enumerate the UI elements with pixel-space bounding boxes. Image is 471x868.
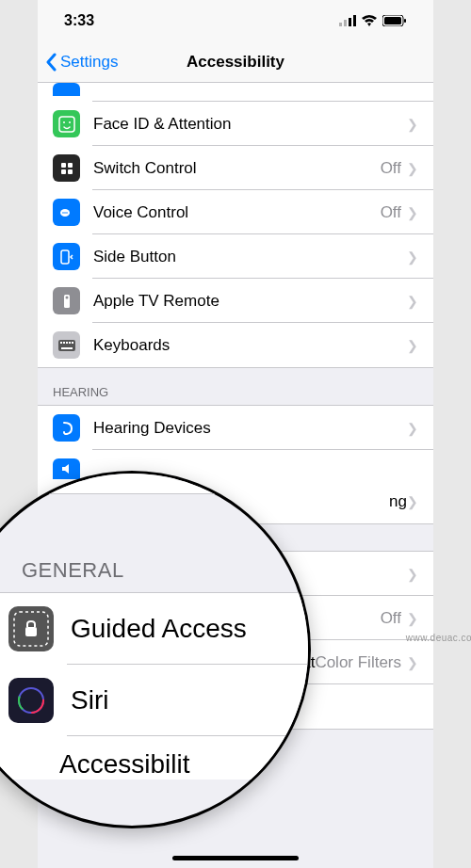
siri-icon bbox=[8, 678, 54, 723]
audio-icon bbox=[53, 458, 80, 479]
chevron-right-icon: ❯ bbox=[407, 494, 418, 509]
row-label: Guided Access bbox=[71, 614, 247, 644]
row-siri[interactable]: Siri bbox=[0, 665, 308, 736]
row-label: Side Button bbox=[93, 248, 407, 266]
chevron-right-icon: ❯ bbox=[407, 117, 418, 132]
chevron-right-icon: ❯ bbox=[407, 205, 418, 220]
svg-point-8 bbox=[63, 121, 65, 123]
switch-control-icon bbox=[53, 154, 80, 182]
svg-rect-13 bbox=[68, 169, 73, 174]
section-header-general: GENERAL bbox=[0, 558, 308, 592]
chevron-right-icon: ❯ bbox=[407, 611, 418, 626]
svg-rect-2 bbox=[349, 18, 351, 26]
section-header-hearing: HEARING bbox=[38, 367, 433, 405]
status-icons bbox=[339, 15, 407, 26]
guided-access-icon bbox=[8, 606, 54, 651]
row-voice-control[interactable]: Voice Control Off ❯ bbox=[38, 190, 433, 234]
svg-rect-6 bbox=[404, 19, 406, 23]
row-value: Color Filters bbox=[315, 653, 401, 672]
hearing-icon bbox=[53, 414, 80, 442]
row-label: Keyboards bbox=[93, 336, 407, 355]
svg-point-17 bbox=[66, 212, 68, 214]
home-indicator[interactable] bbox=[172, 856, 299, 860]
svg-point-9 bbox=[69, 121, 71, 123]
svg-point-20 bbox=[65, 296, 68, 298]
watermark: www.deuac.com bbox=[406, 633, 471, 643]
svg-rect-25 bbox=[69, 342, 71, 344]
svg-rect-24 bbox=[66, 342, 68, 344]
svg-rect-11 bbox=[68, 163, 73, 168]
svg-rect-10 bbox=[61, 163, 66, 168]
row-partial-top[interactable] bbox=[38, 83, 433, 102]
svg-rect-0 bbox=[339, 23, 342, 26]
svg-rect-3 bbox=[353, 15, 356, 26]
svg-rect-26 bbox=[72, 342, 73, 344]
row-keyboards[interactable]: Keyboards ❯ bbox=[38, 323, 433, 367]
svg-rect-27 bbox=[61, 347, 73, 349]
row-value: Off bbox=[381, 159, 401, 178]
chevron-right-icon: ❯ bbox=[407, 249, 418, 265]
row-value: Off bbox=[381, 203, 401, 222]
svg-rect-1 bbox=[344, 20, 347, 26]
row-label: Switch Control bbox=[93, 159, 381, 178]
svg-rect-28 bbox=[14, 612, 48, 646]
chevron-right-icon: ❯ bbox=[407, 161, 418, 176]
row-side-button[interactable]: Side Button ❯ bbox=[38, 234, 433, 279]
chevron-right-icon: ❯ bbox=[407, 294, 418, 309]
chevron-right-icon: ❯ bbox=[407, 567, 418, 582]
row-label: Apple TV Remote bbox=[93, 292, 407, 311]
row-hearing-devices[interactable]: Hearing Devices ❯ bbox=[38, 406, 433, 450]
svg-rect-7 bbox=[59, 117, 74, 132]
row-switch-control[interactable]: Switch Control Off ❯ bbox=[38, 146, 433, 190]
status-time: 3:33 bbox=[64, 12, 94, 29]
svg-rect-23 bbox=[63, 342, 65, 344]
row-guided-access[interactable]: Guided Access bbox=[0, 593, 308, 665]
row-label: Voice Control bbox=[93, 203, 381, 222]
row-label: Face ID & Attention bbox=[93, 115, 407, 134]
voice-control-icon bbox=[53, 199, 80, 226]
svg-point-16 bbox=[64, 212, 66, 214]
row-face-id[interactable]: Face ID & Attention ❯ bbox=[38, 102, 433, 146]
status-bar: 3:33 bbox=[38, 0, 433, 41]
chevron-right-icon: ❯ bbox=[407, 421, 418, 436]
back-label: Settings bbox=[60, 53, 118, 72]
row-label: Hearing Devices bbox=[93, 419, 407, 438]
cellular-icon bbox=[339, 15, 356, 26]
svg-rect-12 bbox=[61, 169, 66, 174]
keyboard-icon bbox=[53, 331, 80, 359]
row-value: Off bbox=[381, 609, 401, 628]
battery-icon bbox=[382, 15, 407, 26]
back-button[interactable]: Settings bbox=[45, 53, 118, 72]
svg-rect-21 bbox=[58, 340, 75, 351]
row-apple-tv[interactable]: Apple TV Remote ❯ bbox=[38, 279, 433, 323]
apple-tv-icon bbox=[53, 287, 80, 314]
face-id-icon bbox=[53, 110, 80, 137]
chevron-right-icon: ❯ bbox=[407, 338, 418, 353]
page-title: Accessibility bbox=[187, 53, 284, 72]
svg-rect-5 bbox=[384, 17, 401, 24]
svg-rect-18 bbox=[61, 250, 69, 264]
generic-icon bbox=[53, 83, 80, 96]
chevron-right-icon: ❯ bbox=[407, 655, 418, 670]
wifi-icon bbox=[362, 15, 377, 26]
chevron-left-icon bbox=[45, 53, 57, 72]
navigation-bar: Settings Accessibility bbox=[38, 41, 433, 83]
side-button-icon bbox=[53, 243, 80, 270]
svg-rect-22 bbox=[60, 342, 62, 344]
row-label: Siri bbox=[71, 685, 108, 715]
svg-point-15 bbox=[62, 212, 64, 214]
